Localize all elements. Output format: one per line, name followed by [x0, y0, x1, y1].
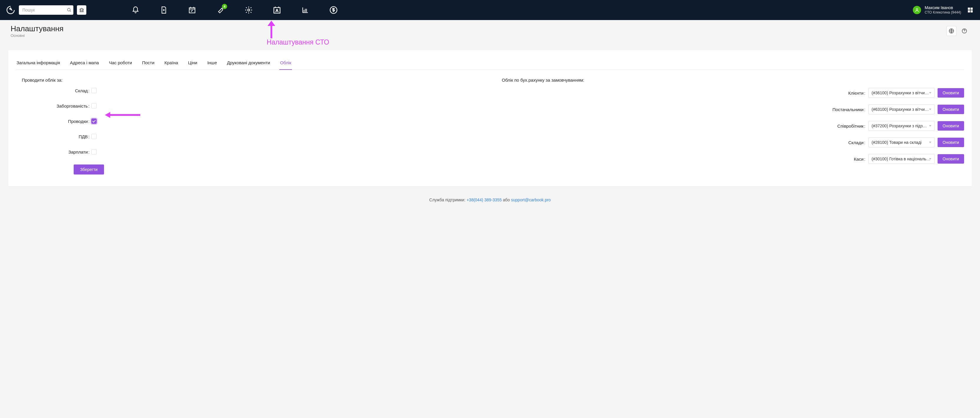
user-block[interactable]: Максим Іванов СТО Клекотина (9444) — [924, 5, 961, 15]
left-label-1: Заборгованість — [16, 104, 91, 108]
page-subtitle: Основні — [11, 33, 64, 38]
checkbox-2[interactable] — [91, 118, 97, 124]
svg-rect-9 — [970, 8, 973, 10]
svg-rect-10 — [968, 10, 970, 13]
update-button-1[interactable]: Оновити — [937, 105, 964, 114]
tab-0[interactable]: Загальна інформація — [16, 58, 61, 70]
tab-7[interactable]: Друковані документи — [226, 58, 270, 70]
checkbox-1[interactable] — [91, 103, 97, 108]
right-label-4: Каси — [496, 156, 868, 161]
update-button-0[interactable]: Оновити — [937, 88, 964, 97]
wrench-badge: 4 — [222, 4, 227, 9]
calendar-user-icon[interactable] — [272, 6, 282, 14]
tab-4[interactable]: Країна — [164, 58, 178, 70]
svg-point-0 — [67, 8, 70, 11]
left-label-4: Зарплати — [16, 150, 91, 155]
left-heading: Проводити облік за: — [16, 78, 484, 83]
svg-point-7 — [916, 8, 918, 10]
select-2[interactable]: (#37200) Розрахунки з підз… — [868, 121, 935, 131]
right-heading: Облік по бух.рахунку за замовчуванням: — [496, 78, 964, 83]
svg-rect-8 — [968, 8, 970, 10]
page-title: Налаштування — [11, 24, 64, 33]
user-name: Максим Іванов — [924, 5, 961, 11]
select-1[interactable]: (#63100) Розрахунки з вітчи… — [868, 104, 935, 114]
bank-button[interactable] — [77, 5, 86, 15]
footer-email[interactable]: support@carbook.pro — [511, 198, 551, 202]
apps-icon[interactable] — [966, 6, 974, 14]
checkbox-0[interactable] — [91, 88, 97, 93]
tab-3[interactable]: Пости — [142, 58, 155, 70]
svg-point-14 — [964, 32, 964, 32]
select-3[interactable]: (#28100) Товари на складі — [868, 137, 935, 147]
globe-button[interactable] — [947, 26, 956, 36]
new-doc-icon[interactable] — [159, 6, 168, 14]
select-4[interactable]: (#30100) Готівка в національ… — [868, 154, 935, 164]
user-org: СТО Клекотина (9444) — [924, 10, 961, 15]
svg-point-5 — [276, 10, 278, 11]
help-button[interactable] — [959, 26, 969, 36]
footer-mid: або — [503, 198, 511, 202]
footer-phone[interactable]: +38(044) 389-3355 — [466, 198, 502, 202]
update-button-2[interactable]: Оновити — [937, 121, 964, 131]
logo-icon[interactable] — [6, 5, 15, 15]
tab-5[interactable]: Ціни — [188, 58, 198, 70]
right-label-0: Клієнти — [496, 91, 868, 96]
tab-2[interactable]: Час роботи — [108, 58, 133, 70]
svg-rect-11 — [970, 10, 973, 13]
calendar-check-icon[interactable] — [188, 6, 197, 14]
search-icon[interactable] — [67, 8, 72, 13]
update-button-3[interactable]: Оновити — [937, 138, 964, 147]
gear-icon[interactable] — [244, 6, 253, 14]
left-label-0: Склад — [16, 88, 91, 93]
avatar[interactable] — [913, 6, 921, 14]
checkbox-3[interactable] — [91, 134, 97, 139]
bell-icon[interactable] — [131, 6, 140, 14]
update-button-4[interactable]: Оновити — [937, 154, 964, 164]
left-label-3: ПДВ — [16, 134, 91, 139]
chart-icon[interactable] — [301, 6, 310, 14]
save-button[interactable]: Зберегти — [74, 164, 104, 174]
tab-6[interactable]: Інше — [207, 58, 218, 70]
select-0[interactable]: (#36100) Розрахунки з вітчи… — [868, 88, 935, 98]
right-label-1: Постачальники — [496, 107, 868, 112]
search-input[interactable] — [19, 5, 73, 15]
right-label-3: Склади — [496, 140, 868, 145]
footer: Служба підтримки: +38(044) 389-3355 або … — [0, 195, 980, 208]
left-label-2: Проводки — [16, 119, 91, 124]
svg-point-3 — [248, 9, 250, 11]
wrench-icon[interactable]: 4 — [216, 6, 225, 14]
dollar-icon[interactable] — [329, 6, 338, 14]
tab-1[interactable]: Адреса і мапа — [70, 58, 100, 70]
footer-prefix: Служба підтримки: — [429, 198, 467, 202]
checkbox-4[interactable] — [91, 149, 97, 155]
right-label-2: Співробітник — [496, 123, 868, 129]
tab-8[interactable]: Облік — [279, 58, 292, 70]
